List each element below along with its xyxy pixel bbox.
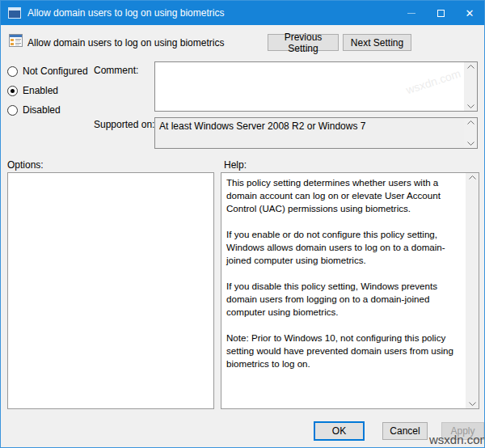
scroll-down-icon[interactable] xyxy=(467,142,474,146)
maximize-icon xyxy=(437,10,445,17)
comment-scrollbar[interactable] xyxy=(464,62,477,111)
help-paragraph: If you disable this policy setting, Wind… xyxy=(226,280,461,319)
scroll-down-icon[interactable] xyxy=(467,104,474,108)
help-text: This policy setting determines whether u… xyxy=(221,173,466,408)
ok-button[interactable]: OK xyxy=(314,421,365,441)
policy-setting-dialog: Allow domain users to log on using biome… xyxy=(0,0,485,448)
close-button[interactable]: ✕ xyxy=(455,1,484,25)
supported-on-value: At least Windows Server 2008 R2 or Windo… xyxy=(155,118,464,148)
watermark-text: wsxdn.com xyxy=(429,433,485,446)
radio-not-configured-circle[interactable] xyxy=(7,66,18,77)
radio-not-configured[interactable]: Not Configured xyxy=(7,66,88,77)
radio-disabled[interactable]: Disabled xyxy=(7,104,61,116)
radio-enabled[interactable]: Enabled xyxy=(7,85,58,96)
previous-setting-button[interactable]: Previous Setting xyxy=(268,34,339,51)
options-panel xyxy=(7,172,214,409)
cancel-button[interactable]: Cancel xyxy=(382,422,428,440)
radio-not-configured-label: Not Configured xyxy=(23,66,88,77)
options-label: Options: xyxy=(7,159,44,171)
minimize-icon xyxy=(407,13,415,14)
help-paragraph: This policy setting determines whether u… xyxy=(226,176,461,215)
window-icon xyxy=(8,7,21,19)
scroll-up-icon[interactable] xyxy=(469,175,476,180)
next-setting-button[interactable]: Next Setting xyxy=(343,34,411,51)
minimize-button[interactable] xyxy=(397,1,426,25)
help-scrollbar[interactable] xyxy=(466,173,479,408)
help-panel: This policy setting determines whether u… xyxy=(221,172,479,409)
supported-on-label: Supported on: xyxy=(94,119,154,130)
radio-disabled-circle[interactable] xyxy=(7,105,18,116)
supported-on-scrollbar[interactable] xyxy=(464,118,477,148)
comment-label: Comment: xyxy=(94,65,138,76)
policy-setting-name: Allow domain users to log on using biome… xyxy=(27,37,224,49)
scroll-up-icon[interactable] xyxy=(467,120,474,125)
policy-setting-icon xyxy=(9,34,23,49)
scroll-down-icon[interactable] xyxy=(469,402,476,406)
scroll-up-icon[interactable] xyxy=(467,65,474,69)
supported-on-box: At least Windows Server 2008 R2 or Windo… xyxy=(154,117,478,149)
window-title: Allow domain users to log on using biome… xyxy=(27,7,397,19)
help-label: Help: xyxy=(224,159,247,171)
help-paragraph: Note: Prior to Windows 10, not configuri… xyxy=(226,332,461,370)
close-icon: ✕ xyxy=(466,8,474,19)
maximize-button[interactable] xyxy=(426,1,455,25)
radio-enabled-label: Enabled xyxy=(23,85,58,96)
help-paragraph: If you enable or do not configure this p… xyxy=(226,228,461,267)
title-bar[interactable]: Allow domain users to log on using biome… xyxy=(1,1,484,25)
radio-disabled-label: Disabled xyxy=(23,104,61,116)
radio-enabled-circle[interactable] xyxy=(7,86,18,96)
